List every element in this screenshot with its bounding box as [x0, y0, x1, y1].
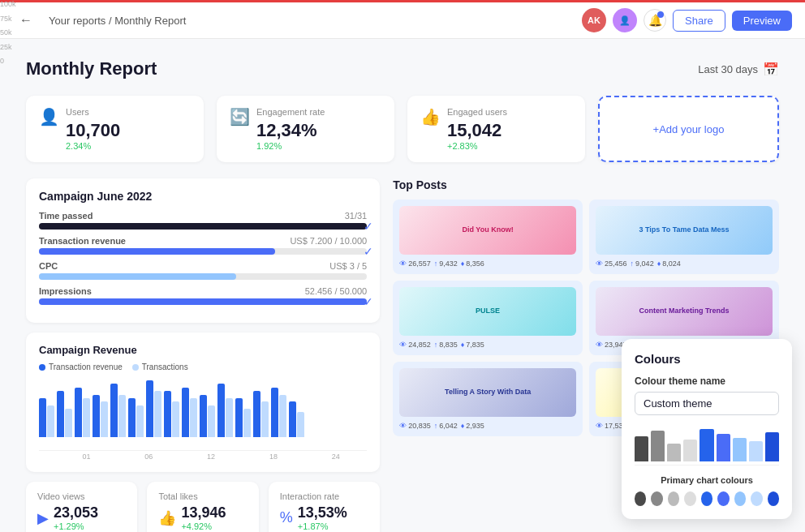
post-card[interactable]: 3 Tips To Tame Data Mess 👁25,456 ↑9,042 … — [589, 200, 779, 274]
preview-button[interactable]: Preview — [732, 11, 792, 31]
avatar-ak: AK — [582, 8, 606, 32]
post-stats: 👁26,557 ↑9,432 ♦8,356 — [399, 260, 576, 268]
colour-dot[interactable] — [701, 491, 712, 506]
topbar-actions: AK 👤 🔔 Share Preview — [582, 8, 792, 32]
post-views: 👁25,456 — [596, 260, 627, 268]
eye-icon: 👁 — [399, 341, 407, 349]
post-stats: 👁20,835 ↑6,042 ♦2,935 — [399, 422, 576, 430]
post-views: 👁24,852 — [399, 341, 431, 349]
bar-group — [164, 391, 179, 437]
date-range-text: Last 30 days — [698, 63, 758, 75]
colour-dot[interactable] — [635, 491, 646, 506]
colour-dot[interactable] — [651, 491, 662, 506]
engagement-label: Engagement rate — [256, 107, 325, 117]
bar-light — [118, 395, 126, 438]
bar-light — [279, 395, 286, 438]
bar-dark — [271, 388, 278, 437]
top-posts-title: Top Posts — [393, 178, 779, 191]
colours-panel: Colours Colour theme name Primary chart … — [622, 339, 792, 519]
legend-transactions: Transactions — [132, 363, 188, 371]
metric-label: Transaction revenue — [39, 236, 126, 246]
like-icon: ↑ — [434, 422, 438, 430]
users-change: 2.34% — [66, 141, 120, 151]
share-icon: ♦ — [657, 260, 661, 268]
post-thumbnail: 3 Tips To Tame Data Mess — [596, 206, 773, 255]
share-button[interactable]: Share — [673, 10, 725, 32]
primary-colours-label: Primary chart colours — [635, 475, 779, 485]
stat-engaged-users: 👍 Engaged users 15,042 +2.83% — [407, 96, 585, 162]
share-icon: ♦ — [461, 260, 465, 268]
post-views: 👁26,557 — [399, 260, 431, 268]
bar-light — [208, 405, 215, 437]
bar-dark — [235, 398, 243, 437]
share-icon: ♦ — [461, 422, 465, 430]
bar-group — [253, 391, 269, 437]
colour-dot[interactable] — [751, 491, 762, 506]
bar-light — [172, 401, 179, 437]
engaged-change: +2.83% — [447, 141, 507, 151]
bar-group — [200, 395, 215, 438]
metric-label: CPC — [39, 261, 58, 271]
bar-group — [217, 384, 233, 437]
post-shares: ♦7,835 — [461, 341, 484, 349]
total-likes-value: 13,946 — [181, 504, 226, 521]
post-thumbnail: Did You Know! — [399, 206, 576, 255]
revenue-title: Campaign Revenue — [39, 344, 367, 356]
interaction-rate-label: Interaction rate — [280, 491, 368, 501]
video-views-label: Video views — [37, 491, 126, 501]
colour-dot[interactable] — [684, 491, 695, 506]
post-views: 👁20,835 — [399, 422, 431, 430]
colour-dot[interactable] — [734, 491, 746, 506]
share-icon: ♦ — [461, 341, 465, 349]
bar-group — [235, 398, 251, 437]
bottom-stats: Video views ▶ 23,053 +1.29% Total likes — [26, 482, 380, 532]
bar-light — [190, 398, 197, 437]
colour-field-label: Colour theme name — [635, 375, 779, 387]
bar-light — [65, 409, 72, 437]
eye-icon: 👁 — [596, 260, 603, 268]
video-views-change: +1.29% — [54, 521, 98, 531]
eye-icon: 👁 — [596, 422, 603, 430]
mini-bar — [651, 431, 665, 461]
metric-label: Time passed — [39, 211, 93, 221]
add-logo-button[interactable]: +Add your logo — [598, 96, 779, 162]
metric-value: US$ 3 / 5 — [329, 261, 367, 271]
bar-group — [75, 388, 90, 437]
bar-light — [47, 405, 54, 437]
bar-group — [57, 391, 72, 437]
bar-light — [243, 409, 251, 437]
back-button[interactable]: ← — [13, 10, 39, 31]
date-range[interactable]: Last 30 days 📅 — [698, 62, 779, 77]
bar-group — [182, 388, 197, 437]
bar-light — [261, 401, 269, 437]
engaged-label: Engaged users — [447, 107, 507, 117]
metric-label: Impressions — [39, 286, 92, 296]
post-card[interactable]: PULSE 👁24,852 ↑8,835 ♦7,835 — [393, 281, 583, 355]
interaction-icon: % — [280, 509, 293, 526]
post-card[interactable]: Did You Know! 👁26,557 ↑9,432 ♦8,356 — [393, 200, 583, 274]
colour-dot[interactable] — [717, 491, 729, 506]
post-thumbnail: PULSE — [399, 287, 576, 336]
legend-transaction-revenue: Transaction revenue — [39, 363, 123, 371]
campaign-column: Campaign June 2022 Time passed 31/31 ✓ — [26, 178, 380, 532]
interaction-rate-value: 13,53% — [298, 504, 347, 521]
mini-bar — [749, 441, 763, 461]
engaged-value: 15,042 — [447, 120, 507, 141]
bar-light — [154, 391, 161, 437]
bar-dark — [289, 401, 296, 437]
colour-dot[interactable] — [668, 491, 679, 506]
stat-users: 👤 Users 10,700 2.34% — [26, 96, 204, 162]
post-stats: 👁24,852 ↑8,835 ♦7,835 — [399, 341, 576, 349]
notifications-button[interactable]: 🔔 — [644, 9, 666, 32]
progress-bg: ✓ — [39, 223, 367, 230]
check-icon: ✓ — [364, 295, 373, 308]
bar-dark — [128, 398, 136, 437]
users-label: Users — [66, 107, 120, 117]
post-card[interactable]: Telling A Story With Data 👁20,835 ↑6,042… — [393, 362, 583, 436]
colour-dot[interactable] — [768, 491, 779, 506]
report-title: Monthly Report — [26, 58, 157, 79]
report-header: Monthly Report Last 30 days 📅 — [26, 58, 779, 79]
colour-theme-input[interactable] — [635, 392, 779, 415]
metric-transaction: Transaction revenue US$ 7.200 / 10.000 ✓ — [39, 236, 367, 255]
mini-bar — [717, 434, 730, 461]
